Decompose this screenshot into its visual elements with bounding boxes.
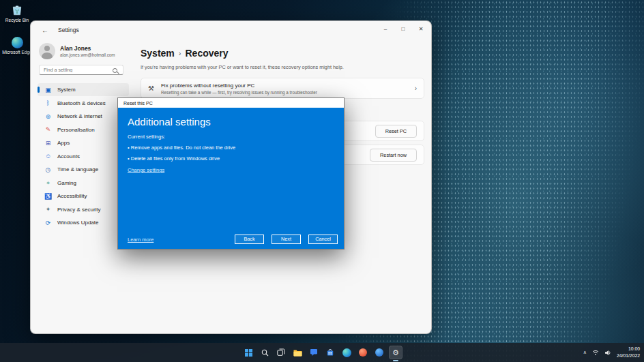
settings-taskbar-button[interactable]: ⚙ [389, 346, 402, 359]
back-button[interactable]: Back [235, 235, 264, 244]
change-settings-link[interactable]: Change settings [128, 167, 164, 173]
search-box [39, 65, 123, 75]
privacy-security-icon: ✦ [44, 206, 52, 213]
sidebar-item-label: Time & language [57, 166, 98, 172]
sidebar-nav: ▣ System ᛒ Bluetooth & devices ⊕ Network… [38, 83, 130, 229]
search-input[interactable] [40, 67, 115, 72]
restart-now-button[interactable]: Restart now [370, 149, 417, 162]
next-button[interactable]: Next [272, 235, 301, 244]
wifi-icon[interactable] [592, 350, 599, 355]
desktop-icon-microsoft-edge[interactable]: Microsoft Edge [1, 37, 33, 55]
pinned-app-button[interactable] [356, 346, 370, 359]
tray-chevron-up-icon[interactable]: ∧ [583, 350, 587, 355]
close-button[interactable]: ✕ [412, 21, 430, 36]
troubleshoot-icon: ⚒ [148, 85, 154, 92]
bluetooth-icon: ᛒ [44, 100, 52, 106]
apps-icon: ⊞ [44, 140, 52, 147]
sidebar-item-privacy-security[interactable]: ✦ Privacy & security [38, 203, 129, 216]
sidebar-item-label: Privacy & security [57, 207, 101, 213]
clock-date: 24/01/2022 [617, 352, 640, 359]
sidebar-item-label: Windows Update [57, 220, 98, 226]
system-tray: ∧ 10:00 24/01/2022 [583, 343, 640, 362]
microsoft-store-button[interactable] [323, 346, 337, 359]
sidebar-item-gaming[interactable]: ⌖ Gaming [38, 177, 129, 190]
chat-icon [310, 348, 318, 357]
fix-problems-card[interactable]: ⚒ Fix problems without resetting your PC… [141, 78, 424, 99]
sidebar-item-bluetooth-devices[interactable]: ᛒ Bluetooth & devices [38, 97, 129, 110]
desktop-icon-label: Recycle Bin [1, 18, 33, 22]
breadcrumb: System › Recovery [141, 48, 229, 59]
breadcrumb-separator: › [179, 49, 181, 57]
start-button[interactable] [241, 346, 255, 359]
taskbar: ⚙ ∧ 10:00 24/01/2022 [0, 343, 644, 362]
chevron-right-icon: › [415, 85, 417, 92]
back-button[interactable]: ← [39, 27, 51, 34]
setting-item: • Remove apps and files. Do not clean th… [128, 145, 334, 151]
sidebar-item-accounts[interactable]: ☺ Accounts [38, 150, 129, 163]
sidebar-item-personalisation[interactable]: ✎ Personalisation [38, 123, 129, 136]
store-icon [326, 348, 334, 357]
sidebar-item-label: Personalisation [57, 127, 95, 133]
user-name: Alan Jones [60, 45, 115, 52]
edge-icon [1, 37, 33, 48]
maximize-button[interactable]: □ [394, 21, 412, 36]
microsoft-edge-button[interactable] [340, 346, 353, 359]
system-icon: ▣ [44, 87, 52, 93]
learn-more-link[interactable]: Learn more [128, 237, 153, 243]
taskbar-center-icons: ⚙ [241, 346, 402, 359]
folder-icon [293, 349, 302, 357]
fix-card-title: Fix problems without resetting your PC [161, 82, 317, 89]
task-view-icon [277, 348, 285, 357]
sidebar-item-network-internet[interactable]: ⊕ Network & internet [38, 110, 129, 123]
page-title: Recovery [185, 48, 228, 59]
sidebar-item-label: Gaming [57, 180, 76, 186]
cancel-button[interactable]: Cancel [308, 235, 338, 244]
sidebar-item-label: System [57, 87, 76, 93]
windows-logo-icon [245, 349, 252, 357]
current-settings-list: • Remove apps and files. Do not clean th… [128, 145, 334, 162]
taskbar-clock[interactable]: 10:00 24/01/2022 [617, 346, 640, 359]
personalisation-icon: ✎ [44, 126, 52, 133]
desktop-icon-recycle-bin[interactable]: Recycle Bin [1, 4, 33, 22]
search-taskbar-button[interactable] [258, 346, 272, 359]
chat-button[interactable] [307, 346, 321, 359]
accessibility-icon: ♿ [44, 193, 52, 200]
sidebar-item-accessibility[interactable]: ♿ Accessibility [38, 190, 129, 202]
volume-icon[interactable] [604, 350, 611, 356]
fix-card-subtitle: Resetting can take a while — first, try … [161, 90, 317, 95]
edge-icon [342, 348, 351, 357]
windows-update-icon: ⟳ [44, 220, 52, 226]
page-subtitle: If you're having problems with your PC o… [141, 64, 420, 70]
window-titlebar: ← Settings – □ ✕ [31, 21, 431, 39]
task-view-button[interactable] [274, 346, 288, 359]
sidebar-item-label: Apps [57, 140, 70, 146]
current-settings-label: Current settings: [128, 134, 334, 140]
accounts-icon: ☺ [44, 153, 52, 160]
user-email: alan.jones.wm@hotmail.com [60, 52, 115, 57]
time-language-icon: ◷ [44, 166, 52, 173]
dialog-footer: Learn more Back Next Cancel [128, 235, 338, 244]
sidebar-item-label: Bluetooth & devices [57, 100, 106, 106]
dialog-body: Additional settings Current settings: • … [118, 108, 344, 250]
search-icon [113, 68, 117, 73]
minimize-button[interactable]: – [377, 21, 394, 36]
breadcrumb-system[interactable]: System [141, 48, 175, 59]
desktop-icon-label: Microsoft Edge [1, 50, 33, 55]
sidebar-item-time-language[interactable]: ◷ Time & language [38, 163, 129, 176]
pinned-app-button[interactable] [372, 346, 386, 359]
window-title: Settings [58, 27, 79, 33]
sidebar-item-apps[interactable]: ⊞ Apps [38, 136, 129, 149]
user-profile[interactable]: Alan Jones alan.jones.wm@hotmail.com [39, 43, 130, 59]
sidebar-item-label: Accessibility [57, 193, 87, 199]
recycle-bin-icon [1, 4, 33, 16]
setting-item: • Delete all files only from Windows dri… [128, 155, 334, 162]
gaming-icon: ⌖ [44, 179, 52, 187]
reset-pc-button[interactable]: Reset PC [375, 125, 417, 138]
sidebar-item-windows-update[interactable]: ⟳ Windows Update [38, 216, 129, 229]
network-icon: ⊕ [44, 113, 52, 120]
file-explorer-button[interactable] [291, 346, 304, 359]
clock-time: 10:00 [617, 346, 640, 352]
sidebar-item-label: Accounts [57, 153, 80, 160]
search-icon [261, 349, 269, 357]
sidebar-item-system[interactable]: ▣ System [38, 83, 129, 96]
